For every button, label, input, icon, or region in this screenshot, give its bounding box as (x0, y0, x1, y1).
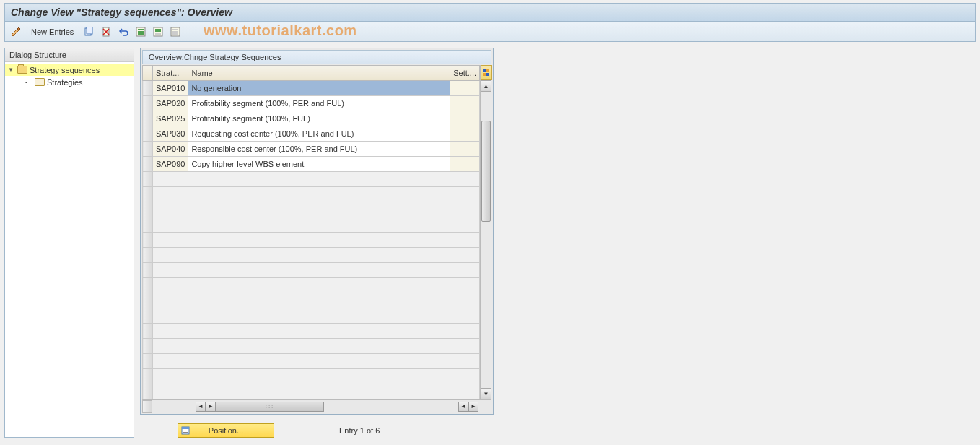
row-selector[interactable] (143, 96, 153, 111)
cell-name (188, 354, 450, 369)
cell-sett[interactable] (450, 142, 480, 157)
cell-strat (153, 354, 188, 369)
cell-name (188, 369, 450, 384)
hscroll-left-end-button[interactable]: ◄ (458, 402, 468, 412)
table-row[interactable] (143, 278, 480, 293)
cell-strat[interactable]: SAP040 (153, 142, 188, 157)
cell-sett[interactable] (450, 81, 480, 96)
column-header-strat[interactable]: Strat... (153, 66, 188, 81)
cell-name (188, 293, 450, 308)
svg-rect-6 (138, 33, 144, 35)
hscroll-right-end-button[interactable]: ► (468, 402, 478, 412)
table-row[interactable] (143, 369, 480, 384)
folder-open-icon (17, 66, 27, 74)
table-row[interactable] (143, 187, 480, 202)
scroll-track[interactable] (481, 92, 491, 388)
table-row[interactable]: SAP040Responsible cost center (100%, PER… (143, 142, 480, 157)
table-row[interactable] (143, 293, 480, 308)
tree-node-strategies[interactable]: • Strategies (5, 76, 134, 88)
hscroll-right-button[interactable]: ► (206, 402, 216, 412)
table-row[interactable] (143, 202, 480, 217)
cell-name[interactable]: Profitability segment (100%, FUL) (188, 111, 450, 126)
row-selector[interactable] (143, 354, 153, 369)
cell-sett[interactable] (450, 126, 480, 142)
row-selector[interactable] (143, 293, 153, 308)
table-row[interactable] (143, 263, 480, 278)
entry-count-label: Entry 1 of 6 (339, 426, 380, 435)
table-row[interactable]: SAP020Profitability segment (100%, PER a… (143, 96, 480, 111)
delete-icon[interactable] (100, 25, 113, 38)
table-row[interactable] (143, 248, 480, 263)
cell-name[interactable]: Copy higher-level WBS element (188, 157, 450, 172)
table-row[interactable] (143, 233, 480, 248)
hscroll-left-button[interactable]: ◄ (196, 402, 206, 412)
position-button[interactable]: Position... (178, 423, 274, 438)
column-header-name[interactable]: Name (188, 66, 450, 81)
cell-name (188, 278, 450, 293)
table-row[interactable] (143, 172, 480, 187)
row-selector[interactable] (143, 339, 153, 354)
table-row[interactable]: SAP030Requesting cost center (100%, PER … (143, 126, 480, 142)
row-selector[interactable] (143, 172, 153, 187)
deselect-all-icon[interactable] (169, 25, 182, 38)
table-row[interactable] (143, 354, 480, 369)
row-selector[interactable] (143, 111, 153, 126)
row-selector[interactable] (143, 384, 153, 399)
row-selector[interactable] (143, 324, 153, 339)
cell-strat (153, 233, 188, 248)
table-settings-icon[interactable] (481, 65, 492, 80)
cell-name[interactable]: No generation (188, 81, 450, 96)
cell-strat[interactable]: SAP020 (153, 96, 188, 111)
undo-icon[interactable] (117, 25, 130, 38)
table-corner[interactable] (143, 66, 153, 81)
cell-sett[interactable] (450, 96, 480, 111)
cell-name[interactable]: Profitability segment (100%, PER and FUL… (188, 96, 450, 111)
row-selector[interactable] (143, 187, 153, 202)
table-row[interactable] (143, 324, 480, 339)
row-selector[interactable] (143, 248, 153, 263)
strategy-table: Strat... Name Sett.... SAP010No generati… (142, 65, 480, 399)
cell-sett[interactable] (450, 111, 480, 126)
cell-name[interactable]: Responsible cost center (100%, PER and F… (188, 142, 450, 157)
table-row[interactable] (143, 384, 480, 399)
table-row[interactable]: SAP025Profitability segment (100%, FUL) (143, 111, 480, 126)
row-selector[interactable] (143, 263, 153, 278)
table-row[interactable] (143, 339, 480, 354)
new-entries-button[interactable]: New Entries (27, 26, 78, 38)
copy-icon[interactable] (82, 25, 95, 38)
cell-strat (153, 187, 188, 202)
cell-name (188, 217, 450, 233)
row-selector[interactable] (143, 126, 153, 142)
row-selector[interactable] (143, 157, 153, 172)
row-selector[interactable] (143, 308, 153, 324)
cell-strat[interactable]: SAP030 (153, 126, 188, 142)
scroll-down-button[interactable]: ▼ (481, 388, 491, 399)
row-selector[interactable] (143, 233, 153, 248)
cell-sett[interactable] (450, 157, 480, 172)
cell-strat[interactable]: SAP010 (153, 81, 188, 96)
scroll-thumb[interactable] (481, 121, 491, 222)
select-block-icon[interactable] (152, 25, 165, 38)
hscroll-thumb[interactable]: ::: (216, 402, 324, 412)
collapse-icon[interactable]: ▼ (8, 66, 15, 73)
row-selector[interactable] (143, 278, 153, 293)
cell-strat[interactable]: SAP025 (153, 111, 188, 126)
row-selector[interactable] (143, 217, 153, 233)
row-selector[interactable] (143, 81, 153, 96)
scroll-up-button[interactable]: ▲ (481, 80, 491, 92)
row-selector[interactable] (143, 142, 153, 157)
toolbar: New Entries www.tutorialkart.com (4, 22, 976, 42)
table-row[interactable]: SAP090Copy higher-level WBS element (143, 157, 480, 172)
table-row[interactable] (143, 308, 480, 324)
column-header-sett[interactable]: Sett.... (450, 66, 480, 81)
table-row[interactable]: SAP010No generation (143, 81, 480, 96)
tree-node-strategy-sequences[interactable]: ▼ Strategy sequences (5, 64, 134, 76)
cell-sett (450, 172, 480, 187)
cell-name[interactable]: Requesting cost center (100%, PER and FU… (188, 126, 450, 142)
row-selector[interactable] (143, 202, 153, 217)
select-all-icon[interactable] (134, 25, 147, 38)
table-row[interactable] (143, 217, 480, 233)
row-selector[interactable] (143, 369, 153, 384)
toggle-icon[interactable] (9, 25, 22, 38)
cell-strat[interactable]: SAP090 (153, 157, 188, 172)
